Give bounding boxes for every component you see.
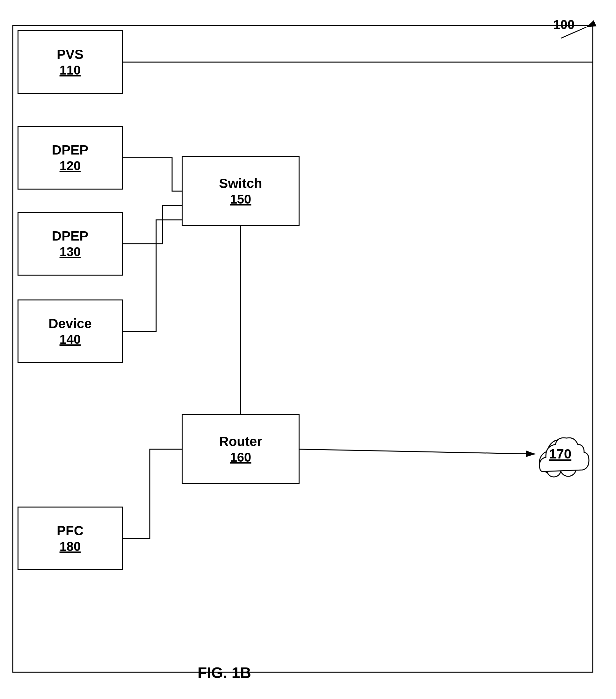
switch-title: Switch: [219, 175, 262, 192]
pfc-id: 180: [60, 539, 81, 554]
device-box: Device 140: [17, 300, 123, 363]
dpep2-id: 130: [60, 244, 81, 259]
device-id: 140: [60, 332, 81, 347]
switch-box: Switch 150: [182, 156, 300, 226]
pvs-title: PVS: [57, 47, 83, 63]
diagram: 100 PVS 110 DPEP 120 DPEP 130 Device 140…: [0, 0, 616, 699]
pvs-box: PVS 110: [17, 30, 123, 94]
dpep2-title: DPEP: [52, 228, 88, 244]
router-title: Router: [219, 434, 262, 450]
pfc-title: PFC: [57, 523, 83, 539]
router-id: 160: [230, 450, 251, 465]
dpep1-id: 120: [60, 158, 81, 173]
dpep2-box: DPEP 130: [17, 212, 123, 276]
device-title: Device: [49, 316, 91, 332]
svg-line-4: [300, 449, 535, 454]
cloud-170: 170: [530, 427, 590, 481]
switch-id: 150: [230, 192, 251, 207]
pvs-id: 110: [60, 63, 81, 78]
cloud-id: 170: [549, 446, 572, 462]
figure-label: FIG. 1B: [198, 664, 251, 682]
dpep1-box: DPEP 120: [17, 126, 123, 189]
router-box: Router 160: [182, 414, 300, 484]
pfc-box: PFC 180: [17, 506, 123, 570]
label-100: 100: [553, 17, 575, 32]
dpep1-title: DPEP: [52, 142, 88, 158]
